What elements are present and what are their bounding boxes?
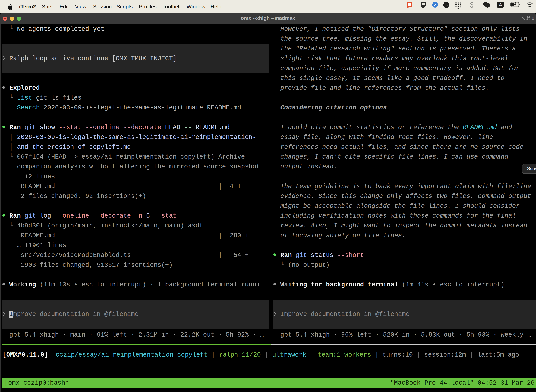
svg-text:A: A xyxy=(499,2,502,7)
svg-text:..61: ..61 xyxy=(486,4,489,7)
